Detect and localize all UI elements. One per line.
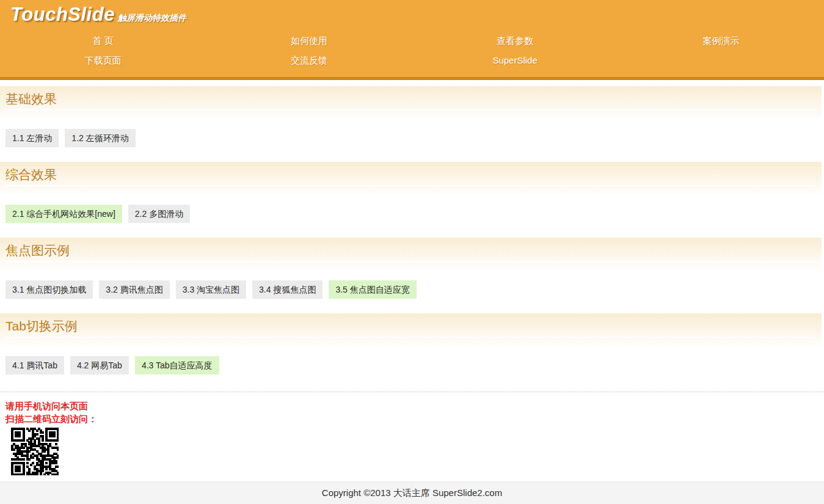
demo-link-3-4[interactable]: 3.4 搜狐焦点图 <box>252 280 323 299</box>
demo-link-3-5[interactable]: 3.5 焦点图自适应宽 <box>329 280 416 299</box>
mobile-notice: 请用手机访问本页面 扫描二维码立刻访问： <box>0 392 824 481</box>
nav-feedback[interactable]: 交流反馈 <box>206 51 412 70</box>
demo-link-3-2[interactable]: 3.2 腾讯焦点图 <box>99 280 169 299</box>
nav-empty-cell <box>618 51 824 70</box>
section-basic-effects: 基础效果 1.1 左滑动 1.2 左循环滑动 <box>0 86 822 162</box>
demo-link-3-1[interactable]: 3.1 焦点图切换加载 <box>5 280 93 299</box>
section-tab-examples: Tab切换示例 4.1 腾讯Tab 4.2 网易Tab 4.3 Tab自适应高度 <box>0 313 822 389</box>
button-row: 4.1 腾讯Tab 4.2 网易Tab 4.3 Tab自适应高度 <box>5 356 816 374</box>
nav-download-page[interactable]: 下载页面 <box>0 51 206 70</box>
site-logo: TouchSlide <box>10 4 115 26</box>
main-nav: 首 页 如何使用 查看参数 案例演示 下载页面 交流反馈 SuperSlide <box>0 31 824 70</box>
button-row: 1.1 左滑动 1.2 左循环滑动 <box>5 129 816 147</box>
demo-link-2-2[interactable]: 2.2 多图滑动 <box>128 205 190 223</box>
copyright-text: Copyright ©2013 大话主席 SuperSlide2.com <box>322 488 502 499</box>
section-title: Tab切换示例 <box>5 318 816 338</box>
qr-code-icon <box>11 428 59 475</box>
nav-demo-cases[interactable]: 案例演示 <box>618 31 824 51</box>
button-row: 2.1 综合手机网站效果[new] 2.2 多图滑动 <box>5 205 816 223</box>
section-title: 综合效果 <box>5 166 816 186</box>
nav-view-parameters[interactable]: 查看参数 <box>412 31 618 51</box>
header: TouchSlide 触屏滑动特效插件 首 页 如何使用 查看参数 案例演示 下… <box>0 0 824 80</box>
nav-how-to-use[interactable]: 如何使用 <box>206 31 412 51</box>
section-title: 焦点图示例 <box>5 242 816 262</box>
mobile-notice-line1: 请用手机访问本页面 <box>5 400 819 412</box>
demo-link-1-1[interactable]: 1.1 左滑动 <box>5 129 59 147</box>
demo-link-4-1[interactable]: 4.1 腾讯Tab <box>5 356 64 374</box>
content: 基础效果 1.1 左滑动 1.2 左循环滑动 综合效果 2.1 综合手机网站效果… <box>0 80 824 481</box>
section-title: 基础效果 <box>5 90 816 111</box>
mobile-notice-line2: 扫描二维码立刻访问： <box>5 412 819 425</box>
button-row: 3.1 焦点图切换加载 3.2 腾讯焦点图 3.3 淘宝焦点图 3.4 搜狐焦点… <box>5 280 816 299</box>
section-combined-effects: 综合效果 2.1 综合手机网站效果[new] 2.2 多图滑动 <box>0 162 822 238</box>
site-logo-subtitle: 触屏滑动特效插件 <box>118 13 186 24</box>
demo-link-3-3[interactable]: 3.3 淘宝焦点图 <box>176 280 246 299</box>
logo-row: TouchSlide 触屏滑动特效插件 <box>0 4 824 26</box>
section-focus-image-examples: 焦点图示例 3.1 焦点图切换加载 3.2 腾讯焦点图 3.3 淘宝焦点图 3.… <box>0 238 822 313</box>
demo-link-4-3[interactable]: 4.3 Tab自适应高度 <box>135 356 219 374</box>
nav-home[interactable]: 首 页 <box>0 31 206 51</box>
demo-link-1-2[interactable]: 1.2 左循环滑动 <box>65 129 135 147</box>
demo-link-4-2[interactable]: 4.2 网易Tab <box>70 356 129 374</box>
footer: Copyright ©2013 大话主席 SuperSlide2.com <box>0 481 824 504</box>
nav-superslide[interactable]: SuperSlide <box>412 51 618 70</box>
demo-link-2-1[interactable]: 2.1 综合手机网站效果[new] <box>5 205 122 223</box>
